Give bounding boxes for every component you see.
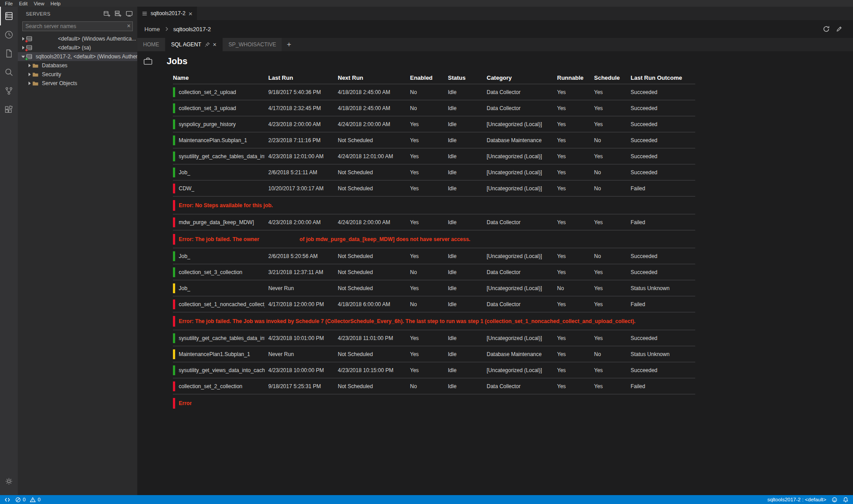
close-editor-tab-icon[interactable]: × bbox=[189, 10, 193, 17]
twistie-icon[interactable] bbox=[27, 82, 32, 85]
tree-item-label: <default> (Windows Authentica... bbox=[58, 36, 136, 42]
job-row[interactable]: collection_set_3_collection 3/21/2018 12… bbox=[173, 264, 695, 280]
column-header-status[interactable]: Status bbox=[448, 74, 487, 81]
tree-item[interactable]: <default> (sa) bbox=[18, 43, 137, 52]
problems-indicator[interactable]: 0 0 bbox=[15, 497, 41, 503]
twistie-icon[interactable] bbox=[27, 64, 32, 67]
edit-icon[interactable] bbox=[836, 26, 842, 32]
job-enabled: Yes bbox=[410, 153, 448, 160]
job-row[interactable]: sysutility_get_cache_tables_data_into_ag… bbox=[173, 148, 695, 164]
job-runnable: Yes bbox=[557, 219, 594, 225]
job-last-run-outcome: Failed bbox=[631, 185, 695, 192]
menu-file[interactable]: File bbox=[2, 1, 16, 6]
job-row[interactable]: sysutility_get_cache_tables_data_into_ag… bbox=[173, 330, 695, 346]
job-enabled: No bbox=[410, 269, 448, 275]
tree-item[interactable]: Databases bbox=[18, 61, 137, 70]
breadcrumb-server[interactable]: sqltools2017-2 bbox=[173, 26, 211, 33]
job-last-run: 4/23/2018 10:01:00 PM bbox=[268, 335, 338, 341]
job-last-run: 9/18/2017 5:25:31 PM bbox=[268, 383, 338, 389]
job-error-row[interactable]: Error: The job failed. The owner of job … bbox=[173, 230, 695, 248]
job-error-row[interactable]: Error: The job failed. The Job was invok… bbox=[173, 312, 695, 330]
job-row[interactable]: MaintenancePlan.Subplan_1 2/23/2018 7:11… bbox=[173, 132, 695, 148]
task-history-icon[interactable] bbox=[0, 25, 18, 44]
job-row[interactable]: sysutility_get_views_data_into_cache_tab… bbox=[173, 362, 695, 378]
column-header-last-run[interactable]: Last Run bbox=[268, 74, 338, 81]
job-status: Idle bbox=[448, 105, 487, 111]
pin-icon[interactable] bbox=[205, 42, 210, 47]
notifications-bell-icon[interactable] bbox=[843, 497, 849, 503]
remote-icon[interactable] bbox=[4, 497, 10, 503]
job-last-run: 4/23/2018 10:00:00 PM bbox=[268, 367, 338, 373]
twistie-icon[interactable] bbox=[21, 56, 26, 58]
menu-help[interactable]: Help bbox=[47, 1, 64, 6]
column-header-last-run-outcome[interactable]: Last Run Outcome bbox=[631, 74, 695, 81]
search-icon[interactable] bbox=[0, 63, 18, 82]
job-schedule: Yes bbox=[594, 219, 631, 225]
column-header-runnable[interactable]: Runnable bbox=[557, 74, 594, 81]
new-server-group-icon[interactable] bbox=[115, 10, 122, 17]
job-runnable: No bbox=[557, 285, 594, 291]
menu-view[interactable]: View bbox=[31, 1, 48, 6]
job-enabled: No bbox=[410, 383, 448, 389]
editor-tab[interactable]: sqltools2017-2 × bbox=[137, 7, 197, 20]
job-name: Job_ bbox=[179, 253, 190, 259]
column-header-enabled[interactable]: Enabled bbox=[410, 74, 448, 81]
job-next-run: 4/18/2018 6:00:00 AM bbox=[338, 301, 410, 307]
tree-item[interactable]: Security bbox=[18, 70, 137, 79]
job-row[interactable]: collection_set_1_noncached_collect_and_u… bbox=[173, 296, 695, 312]
job-row[interactable]: syspolicy_purge_history 4/23/2018 2:00:0… bbox=[173, 116, 695, 132]
activity-bar bbox=[0, 7, 18, 495]
column-header-name[interactable]: Name bbox=[173, 74, 268, 81]
connection-status[interactable]: sqltools2017-2 : <default> bbox=[767, 497, 826, 502]
column-header-category[interactable]: Category bbox=[487, 74, 557, 81]
extensions-icon[interactable] bbox=[0, 100, 18, 119]
job-row[interactable]: Job_ 2/6/2018 5:20:56 AM Not Scheduled Y… bbox=[173, 248, 695, 264]
tree-item[interactable]: Server Objects bbox=[18, 79, 137, 88]
job-enabled: Yes bbox=[410, 137, 448, 143]
new-tab-button[interactable]: + bbox=[282, 38, 295, 51]
search-server-input[interactable] bbox=[22, 21, 133, 31]
job-row[interactable]: collection_set_2_collection 9/18/2017 5:… bbox=[173, 378, 695, 394]
breadcrumb-home[interactable]: Home bbox=[144, 26, 160, 33]
job-state-bar bbox=[173, 119, 175, 129]
warnings-count: 0 bbox=[37, 497, 40, 502]
job-row[interactable]: MaintenancePlan1.Subplan_1 Never Run Not… bbox=[173, 346, 695, 362]
job-next-run: 4/24/2018 12:01:00 AM bbox=[338, 153, 410, 160]
job-row[interactable]: Job_ Never Run Not Scheduled Yes Idle [U… bbox=[173, 280, 695, 296]
feedback-smiley-icon[interactable] bbox=[832, 497, 837, 503]
settings-gear-icon[interactable] bbox=[0, 472, 18, 491]
tree-item[interactable]: sqltools2017-2, <default> (Windows Authe… bbox=[18, 52, 137, 61]
twistie-icon[interactable] bbox=[27, 73, 32, 76]
close-tab-icon[interactable]: × bbox=[213, 41, 217, 48]
job-enabled: No bbox=[410, 301, 448, 307]
connections-icon[interactable] bbox=[0, 7, 18, 25]
job-next-run: Not Scheduled bbox=[338, 185, 410, 192]
column-header-schedule[interactable]: Schedule bbox=[594, 74, 631, 81]
new-connection-icon[interactable] bbox=[103, 10, 111, 17]
job-row[interactable]: collection_set_2_upload 9/18/2017 5:40:3… bbox=[173, 84, 695, 100]
document-tab[interactable]: SQL AGENT × bbox=[165, 38, 222, 51]
menu-edit[interactable]: Edit bbox=[16, 1, 31, 6]
job-row[interactable]: collection_set_3_upload 4/17/2018 2:32:4… bbox=[173, 100, 695, 116]
document-tab[interactable]: HOME bbox=[137, 38, 165, 51]
job-error-row[interactable]: Error bbox=[173, 394, 695, 412]
job-state-bar bbox=[173, 152, 175, 161]
clear-search-icon[interactable]: × bbox=[127, 22, 131, 29]
notebooks-icon[interactable] bbox=[0, 44, 18, 63]
tab-label: SP_WHOISACTIVE bbox=[229, 41, 276, 48]
job-last-run: Never Run bbox=[268, 351, 338, 357]
job-state-bar bbox=[173, 365, 175, 375]
job-row[interactable]: CDW_ 10/20/2017 3:00:17 AM Not Scheduled… bbox=[173, 180, 695, 196]
job-state-bar bbox=[173, 135, 175, 145]
refresh-icon[interactable] bbox=[823, 25, 830, 33]
source-control-icon[interactable] bbox=[0, 82, 18, 100]
job-last-run-outcome: Succeeded bbox=[631, 367, 695, 373]
job-runnable: Yes bbox=[557, 169, 594, 176]
active-connections-icon[interactable] bbox=[126, 10, 133, 17]
column-header-next-run[interactable]: Next Run bbox=[338, 74, 410, 81]
document-tab[interactable]: SP_WHOISACTIVE bbox=[223, 38, 282, 51]
tree-item[interactable]: <default> (Windows Authentica... bbox=[18, 34, 137, 43]
job-error-row[interactable]: Error: No Steps available for this job. bbox=[173, 196, 695, 214]
job-row[interactable]: mdw_purge_data_[keep_MDW] 4/23/2018 2:00… bbox=[173, 214, 695, 230]
job-row[interactable]: Job_ 2/6/2018 5:21:11 AM Not Scheduled Y… bbox=[173, 164, 695, 180]
